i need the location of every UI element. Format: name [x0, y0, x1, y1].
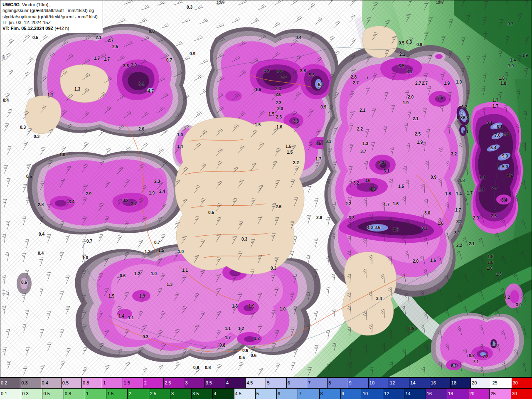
colorbar-cell: 2	[128, 389, 149, 399]
precip-value-label: 1.0	[82, 256, 88, 260]
precip-value-label: 2.9	[86, 192, 91, 196]
precip-value-label: 1.9	[403, 101, 409, 105]
precip-value-label: 1.5	[287, 150, 293, 155]
precip-value-label: 2.0	[408, 95, 414, 99]
weather-map-page: 20W15W N99N9-9 0.30.40.70.52.12.72.50.81…	[0, 0, 532, 399]
colorbar-cell: 0.3	[20, 378, 41, 388]
precip-value-label: 0.8	[205, 365, 211, 370]
lon-label: 20W	[217, 0, 224, 5]
precip-value-label: 3.6	[365, 178, 370, 183]
side-label: N9-9	[2, 289, 5, 296]
precip-value-label: 3.1	[456, 219, 462, 224]
map-region: 20W15W N99N9-9 0.30.40.70.52.12.72.50.81…	[0, 0, 532, 377]
precip-value-label: 6.1	[463, 129, 468, 134]
colorbar-cell: 14	[409, 378, 430, 388]
precip-value-label: 3.0	[516, 303, 522, 307]
colorbar-cell: 0.4	[41, 378, 62, 388]
precip-value-label: 0.4	[39, 232, 44, 236]
precip-value-label: 6.3	[318, 82, 324, 87]
precip-value-label: 0.5	[399, 41, 404, 45]
colorbar-cell: 9	[341, 389, 362, 399]
precip-value-label: 3.7	[360, 149, 366, 154]
precip-value-label: 1.7	[493, 98, 498, 103]
precip-value-label: 3.2	[123, 198, 128, 203]
precip-value-label: 1.0	[151, 271, 157, 276]
precip-value-label: 2.3	[154, 179, 160, 184]
legend-line-rain: rigning/skúrir (grænt/blátt/rautt - mm/1…	[2, 7, 101, 13]
precip-value-label: 2.1	[413, 116, 419, 121]
precip-value-label: 0.8	[219, 343, 225, 347]
precip-value-label: 0.9	[193, 365, 199, 370]
precip-value-label: 2.8	[38, 202, 44, 207]
precip-value-label: 0.9	[431, 175, 436, 180]
precip-value-label: 1.4	[177, 144, 183, 149]
precip-value-label: 0.8	[149, 29, 155, 34]
precip-value-label: 3.1	[487, 121, 493, 126]
colorbar-cell: 6	[277, 389, 298, 399]
precip-value-label: 0.6	[251, 353, 256, 358]
colorbar-cell: 8	[320, 389, 341, 399]
colorbar-snow: 0.20.30.40.50.811.522.533.544.5567891012…	[0, 377, 532, 388]
colorbar-cell: 18	[447, 389, 468, 399]
precip-value-label: 0.6	[26, 174, 32, 179]
precip-value-label: 2.1	[360, 108, 365, 113]
precip-value-label: 3.1	[454, 231, 460, 235]
precip-value-label: 3.1	[281, 75, 287, 79]
precip-value-label: 2.6	[138, 127, 144, 131]
precip-value-label: 1.9	[149, 191, 155, 195]
precip-value-label: 0.9	[416, 42, 422, 47]
precip-value-label: 4.7	[148, 89, 154, 94]
precip-value-label: 3.1	[138, 81, 144, 86]
precip-value-label: 6.1	[451, 364, 457, 368]
precip-value-label: 1.7	[384, 202, 389, 207]
app-name: UWC/IG	[2, 2, 20, 7]
precip-value-label: 2.1	[399, 52, 405, 57]
colorbar-cell: 10	[362, 389, 383, 399]
colorbar-cell: 30	[512, 378, 532, 388]
legend-line-valid-time: VT: Fim. 05.12.2024 09Z (+42 h)	[2, 25, 101, 31]
precip-value-label: 0.5	[239, 355, 245, 360]
precip-value-label: 1.5	[108, 294, 114, 298]
colorbar-cell: 1	[102, 378, 123, 388]
precip-value-label: 1.7	[104, 57, 110, 62]
precip-value-label: 1.9	[139, 294, 145, 298]
precip-value-label: 2.0	[413, 259, 419, 264]
precip-value-label: 2.3	[276, 115, 282, 119]
tan-terrain-patch	[175, 117, 305, 274]
legend-line-title: UWC/IG: Vindur (10m),	[2, 2, 101, 7]
precip-value-label: 0.9	[190, 52, 195, 56]
precip-value-label: 1.9	[522, 53, 528, 58]
precip-value-label: 1.0	[456, 80, 462, 84]
precip-value-label: 2.4	[478, 187, 484, 192]
precip-value-label: 0.7	[154, 240, 160, 245]
colorbar-cell: 9	[348, 378, 369, 388]
precip-value-label: 6.2	[461, 105, 467, 109]
precip-value-label: 1.7	[467, 191, 473, 195]
colorbar-rain: 0.10.30.50.811.522.533.544.5567891012141…	[0, 388, 532, 399]
precip-value-label: 1.6	[496, 272, 502, 276]
precip-value-label: 1.7	[315, 157, 321, 161]
precip-value-label: 1.7	[94, 56, 100, 61]
colorbar-cell: 4	[213, 389, 234, 399]
legend-line-snow: slydda/snjókoma (grátt/bleikt/grænt - mm…	[2, 14, 101, 20]
precip-value-label: 5.0	[502, 165, 508, 169]
precip-value-label: 3.8	[293, 119, 299, 123]
precip-value-label: 1.4	[510, 58, 516, 62]
precip-value-label: 1.9	[417, 140, 423, 145]
precip-value-label: 1.7	[225, 335, 231, 340]
precip-value-label: 1.7	[455, 208, 461, 212]
precip-value-label: 3.3	[421, 226, 427, 231]
precip-value-label: 0.3	[143, 335, 148, 339]
precip-value-label: 1.2	[238, 326, 244, 331]
colorbar-cell: 20	[468, 389, 490, 399]
precip-value-label: 1.3	[362, 141, 368, 146]
precip-value-label: 1.1	[182, 268, 188, 273]
precip-value-label: 2.2	[293, 160, 299, 165]
colorbar-cell: 0.8	[82, 378, 102, 388]
precip-value-label: 1.5	[255, 123, 261, 127]
precip-value-label: 0.4	[3, 98, 9, 103]
colorbar-cell: 3.5	[205, 378, 225, 388]
colorbar-cell: 3.5	[192, 389, 213, 399]
precip-value-label: 3.0	[131, 63, 137, 67]
precip-value-label: 1.4	[118, 314, 124, 318]
